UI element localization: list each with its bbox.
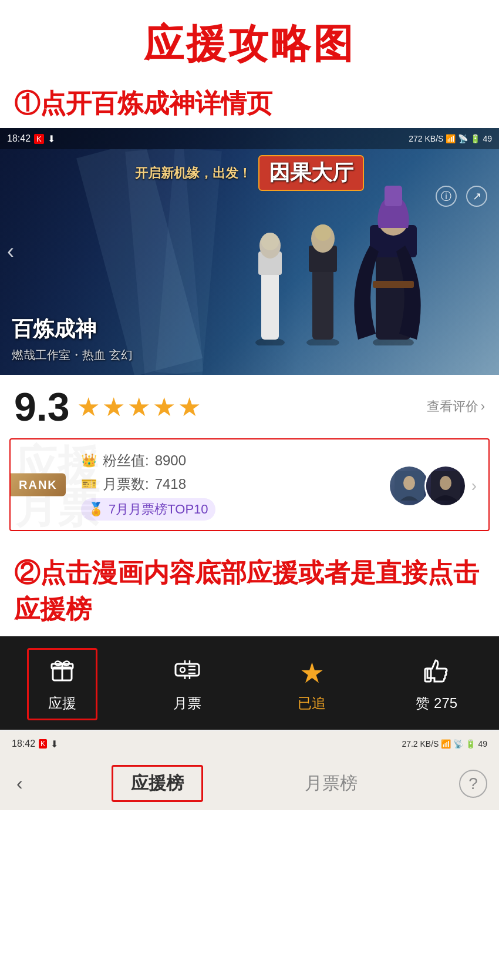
bottom-nav: ‹ 应援榜 月票榜 ? <box>0 757 499 810</box>
view-rating-link[interactable]: 查看评价 › <box>427 398 485 415</box>
action-item-gift[interactable]: 应援 <box>27 648 97 720</box>
avatar-2 <box>424 465 467 507</box>
bs-time: 18:42 <box>12 739 35 749</box>
ticket-icon: 🎫 <box>81 476 97 492</box>
bs-battery-level: 49 <box>478 739 487 749</box>
action-label-like: 赞 275 <box>416 694 457 713</box>
help-button[interactable]: ? <box>459 770 487 798</box>
action-item-ticket[interactable]: 月票 <box>152 656 222 713</box>
bottom-status-bar: 18:42 K ⬇ 27.2 KB/S 📶 📡 🔋 49 <box>0 731 499 757</box>
step1-heading: ①点开百炼成神详情页 <box>0 77 499 128</box>
svg-point-19 <box>440 476 451 490</box>
help-icon: ? <box>468 774 478 793</box>
bs-signal: 📶 <box>441 739 451 749</box>
crown-icon: 👑 <box>81 453 97 468</box>
svg-rect-14 <box>385 186 402 206</box>
action-label-ticket: 月票 <box>173 694 201 713</box>
fans-value: 8900 <box>155 452 186 469</box>
bs-down-icon: ⬇ <box>50 739 58 750</box>
k-icon: K <box>34 134 44 144</box>
status-left: 18:42 K ⬇ <box>7 133 55 145</box>
star-3: ★ <box>127 392 150 422</box>
characters-svg <box>176 169 481 345</box>
tab-yingyuanbang[interactable]: 应援榜 <box>112 765 203 802</box>
bs-wifi: 📡 <box>453 739 463 749</box>
avatar-1 <box>388 465 430 507</box>
rank-badge: RANK <box>11 474 66 496</box>
star-1: ★ <box>77 392 100 422</box>
star-half: ★ <box>178 392 201 422</box>
rank-right: › <box>388 465 477 507</box>
svg-point-24 <box>180 667 185 672</box>
tickets-stat: 🎫 月票数: 7418 <box>81 475 215 494</box>
action-label-gift: 应援 <box>48 694 76 713</box>
card-anime-title: 百炼成神 <box>12 315 133 344</box>
tab-yuepiaoban[interactable]: 月票榜 <box>287 767 375 800</box>
svg-rect-6 <box>312 260 333 340</box>
card-bottom-info: 百炼成神 燃哉工作室・热血 玄幻 <box>12 315 133 363</box>
action-label-follow: 已追 <box>298 694 326 713</box>
svg-rect-4 <box>261 233 279 250</box>
bs-k-icon: K <box>39 739 47 749</box>
rank-stats: 👑 粉丝值: 8900 🎫 月票数: 7418 🏅 7月月票榜TOP10 <box>81 451 215 521</box>
star-2: ★ <box>102 392 125 422</box>
battery-icon: 🔋 <box>470 134 480 143</box>
top10-label: 7月月票榜TOP10 <box>109 501 208 518</box>
tickets-label: 月票数: <box>103 475 149 494</box>
action-bar: 应援 月票 ★ 已追 <box>0 636 499 730</box>
svg-point-17 <box>403 476 415 490</box>
rank-box-arrow: › <box>471 476 477 495</box>
ticket-icon-bar <box>173 656 201 689</box>
status-bar: 18:42 K ⬇ 272 KB/S 📶 📡 🔋 49 <box>0 128 499 149</box>
avatar-1-img <box>395 471 424 501</box>
medal-icon: 🏅 <box>88 502 104 517</box>
card-anime-tags: 燃哉工作室・热血 玄幻 <box>12 347 133 363</box>
nav-arrow-left[interactable]: ‹ <box>7 239 14 264</box>
speed-display: 272 KB/S <box>409 134 443 143</box>
bs-right: 27.2 KB/S 📶 📡 🔋 49 <box>402 739 487 749</box>
anime-card: 18:42 K ⬇ 272 KB/S 📶 📡 🔋 49 开启新机缘，出发！ 因果… <box>0 128 499 375</box>
view-rating-chevron: › <box>481 399 485 414</box>
svg-rect-15 <box>373 281 414 288</box>
bs-speed: 27.2 KB/S <box>402 739 439 749</box>
rating-score: 9.3 <box>14 387 70 427</box>
top10-badge: 🏅 7月月票榜TOP10 <box>81 498 215 521</box>
tickets-value: 7418 <box>155 476 186 492</box>
wifi-icon: 📡 <box>458 134 468 143</box>
thumb-icon <box>423 656 451 689</box>
bs-battery: 🔋 <box>466 739 476 749</box>
view-rating-label: 查看评价 <box>427 398 478 415</box>
rank-box[interactable]: 应援 月票 RANK 👑 粉丝值: 8900 🎫 月票数: 7418 🏅 7月月… <box>9 438 490 531</box>
page-title: 应援攻略图 <box>0 0 499 77</box>
svg-rect-9 <box>315 224 331 241</box>
star-4: ★ <box>153 392 176 422</box>
avatar-2-img <box>431 471 460 501</box>
time-display: 18:42 <box>7 133 31 144</box>
action-item-follow[interactable]: ★ 已追 <box>277 656 347 713</box>
fans-stat: 👑 粉丝值: 8900 <box>81 451 215 470</box>
rating-left: 9.3 ★ ★ ★ ★ ★ <box>14 387 201 427</box>
rating-stars: ★ ★ ★ ★ ★ <box>77 392 201 422</box>
step2-heading: ②点击漫画内容底部应援或者是直接点击应援榜 <box>0 543 499 636</box>
bs-left: 18:42 K ⬇ <box>12 739 58 750</box>
action-item-like[interactable]: 赞 275 <box>402 656 472 713</box>
fans-label: 粉丝值: <box>103 451 149 470</box>
battery-level: 49 <box>483 134 492 143</box>
star-gold-icon: ★ <box>299 656 325 689</box>
status-right: 272 KB/S 📶 📡 🔋 49 <box>409 134 492 143</box>
back-button[interactable]: ‹ <box>12 768 28 799</box>
signal-bars: 📶 <box>446 134 456 143</box>
rank-avatars <box>388 465 467 507</box>
signal-icon: ⬇ <box>48 133 55 145</box>
gift-icon <box>48 656 76 689</box>
rating-row: 9.3 ★ ★ ★ ★ ★ 查看评价 › <box>0 375 499 436</box>
